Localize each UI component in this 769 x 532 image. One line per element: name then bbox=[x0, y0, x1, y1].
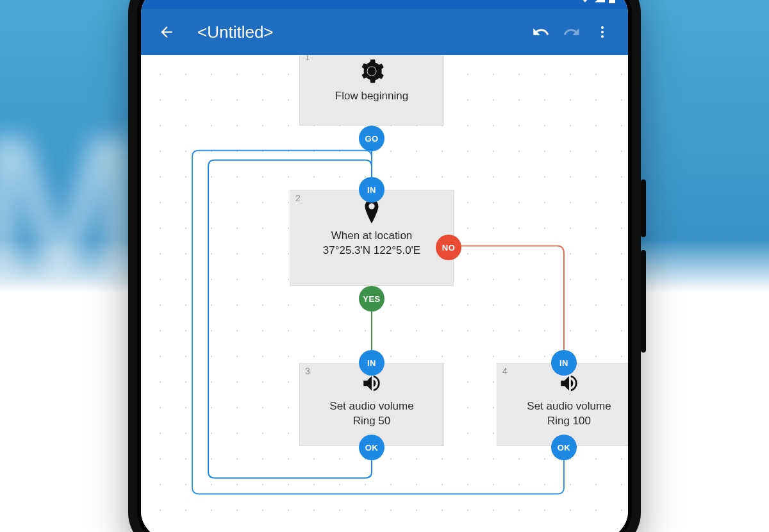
flow-block-beginning[interactable]: 1 Flow beginning bbox=[299, 55, 444, 126]
phone-side-button-2 bbox=[641, 250, 646, 353]
port-in-block3[interactable]: IN bbox=[359, 350, 384, 376]
android-status-bar bbox=[141, 0, 628, 9]
block-label: Set audio volume Ring 100 bbox=[497, 394, 628, 440]
battery-icon bbox=[609, 0, 615, 3]
svg-point-4 bbox=[601, 35, 604, 38]
svg-point-2 bbox=[601, 26, 604, 29]
phone-screen: <Untitled> bbox=[141, 0, 628, 532]
app-bar: <Untitled> bbox=[141, 9, 628, 55]
svg-rect-0 bbox=[609, 0, 615, 3]
block-number: 3 bbox=[305, 366, 310, 376]
connector-wires bbox=[141, 55, 628, 532]
speaker-icon bbox=[497, 372, 628, 394]
block-label: Set audio volume Ring 50 bbox=[300, 394, 443, 440]
cellular-icon bbox=[595, 0, 605, 3]
flow-block-location[interactable]: 2 When at location 37°25.3'N 122°5.0'E bbox=[290, 190, 454, 286]
port-in-block2[interactable]: IN bbox=[359, 177, 384, 203]
block-label: When at location 37°25.3'N 122°5.0'E bbox=[290, 224, 453, 270]
undo-button[interactable] bbox=[525, 17, 556, 47]
more-menu-button[interactable] bbox=[587, 17, 618, 47]
port-yes[interactable]: YES bbox=[359, 286, 384, 312]
wifi-icon bbox=[579, 0, 591, 3]
phone-side-button-1 bbox=[641, 179, 646, 237]
gear-icon bbox=[300, 58, 443, 84]
pin-icon bbox=[290, 199, 453, 224]
flow-canvas[interactable]: 1 Flow beginning GO 2 When at location bbox=[141, 55, 628, 532]
background-blur-text: M bbox=[0, 90, 133, 326]
block-label: Flow beginning bbox=[300, 84, 443, 115]
page-title: <Untitled> bbox=[197, 22, 525, 42]
port-in-block4[interactable]: IN bbox=[551, 350, 577, 376]
svg-point-3 bbox=[601, 31, 604, 33]
back-button[interactable] bbox=[151, 17, 182, 47]
redo-button[interactable] bbox=[556, 17, 587, 47]
port-ok-block4[interactable]: OK bbox=[551, 435, 577, 460]
block-number: 1 bbox=[305, 55, 310, 62]
port-ok-block3[interactable]: OK bbox=[359, 435, 384, 460]
phone-frame: <Untitled> bbox=[128, 0, 641, 532]
block-number: 2 bbox=[295, 193, 301, 203]
port-go[interactable]: GO bbox=[359, 126, 384, 151]
block-number: 4 bbox=[502, 366, 508, 376]
port-no[interactable]: NO bbox=[436, 235, 461, 260]
speaker-icon bbox=[300, 372, 443, 394]
